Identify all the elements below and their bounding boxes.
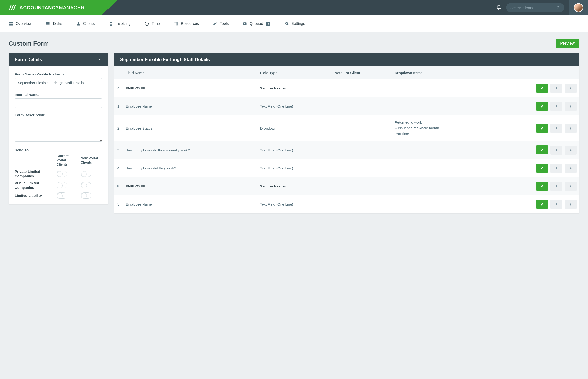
nav-invoicing[interactable]: Invoicing bbox=[109, 21, 131, 26]
row-index: B bbox=[114, 177, 123, 195]
edit-button[interactable] bbox=[536, 83, 548, 93]
table-row: 2 Employee Status Dropdown Returned to w… bbox=[114, 115, 579, 141]
field-type: Text Field (One Line) bbox=[257, 141, 332, 159]
gear-icon bbox=[284, 21, 289, 26]
nav-label: Clients bbox=[83, 22, 95, 26]
arrow-up-icon bbox=[555, 105, 558, 108]
edit-button[interactable] bbox=[536, 124, 548, 133]
brand-text: ACCOUNTANCYMANAGER bbox=[19, 5, 84, 10]
dropdown-item: Furloughed for whole month bbox=[395, 125, 485, 131]
move-down-button[interactable] bbox=[565, 84, 577, 93]
table-row: 4 How many hours did they work? Text Fie… bbox=[114, 159, 579, 177]
move-down-button[interactable] bbox=[565, 182, 577, 191]
nav-clients[interactable]: Clients bbox=[76, 21, 95, 26]
edit-button[interactable] bbox=[536, 182, 548, 190]
form-details-header: Form Details bbox=[15, 57, 42, 62]
pencil-icon bbox=[540, 104, 544, 108]
nav-label: Time bbox=[151, 22, 160, 26]
pencil-icon bbox=[540, 202, 544, 206]
table-head: Dropdown Items bbox=[392, 66, 488, 79]
sendto-row-label: Public Limited Companies bbox=[15, 181, 54, 190]
move-down-button[interactable] bbox=[565, 146, 577, 155]
edit-button[interactable] bbox=[536, 145, 548, 155]
field-note bbox=[332, 159, 392, 177]
toggle-current[interactable] bbox=[57, 171, 67, 177]
edit-button[interactable] bbox=[536, 102, 548, 111]
fields-panel: September Flexible Furlough Staff Detail… bbox=[114, 53, 579, 213]
field-dropdown-items bbox=[392, 159, 488, 177]
edit-button[interactable] bbox=[536, 163, 548, 173]
clock-icon bbox=[144, 21, 149, 26]
arrow-up-icon bbox=[555, 167, 558, 170]
field-dropdown-items bbox=[392, 97, 488, 115]
field-note bbox=[332, 115, 392, 141]
toggle-current[interactable] bbox=[57, 192, 67, 199]
toggle-new[interactable] bbox=[81, 182, 91, 189]
field-name: Employee Name bbox=[123, 195, 257, 213]
move-up-button[interactable] bbox=[551, 124, 562, 133]
row-index: 2 bbox=[114, 115, 123, 141]
user-menu[interactable] bbox=[569, 0, 588, 15]
fields-table: Field NameField TypeNote For ClientDropd… bbox=[114, 66, 579, 213]
move-down-button[interactable] bbox=[565, 124, 577, 133]
arrow-down-icon bbox=[569, 127, 572, 130]
nav-tools[interactable]: Tools bbox=[213, 21, 229, 26]
nav-time[interactable]: Time bbox=[144, 21, 160, 26]
toggle-current[interactable] bbox=[57, 182, 67, 189]
field-type: Dropdown bbox=[257, 115, 332, 141]
nav-tasks[interactable]: Tasks bbox=[45, 21, 62, 26]
field-dropdown-items bbox=[392, 141, 488, 159]
sendto-row-label: Private Limited Companies bbox=[15, 169, 54, 178]
form-name-input[interactable] bbox=[15, 78, 102, 87]
nav-resources[interactable]: Resources bbox=[174, 21, 199, 26]
pencil-icon bbox=[540, 86, 544, 90]
move-up-button[interactable] bbox=[551, 84, 562, 93]
nav-overview[interactable]: Overview bbox=[9, 21, 32, 26]
field-note bbox=[332, 141, 392, 159]
move-up-button[interactable] bbox=[551, 146, 562, 155]
field-note bbox=[332, 97, 392, 115]
arrow-down-icon bbox=[569, 167, 572, 170]
field-note bbox=[332, 79, 392, 97]
field-note bbox=[332, 177, 392, 195]
nav-queued[interactable]: Queued5 bbox=[242, 21, 270, 26]
arrow-up-icon bbox=[555, 87, 558, 90]
field-dropdown-items bbox=[392, 79, 488, 97]
internal-name-label: Internal Name: bbox=[15, 93, 102, 96]
move-down-button[interactable] bbox=[565, 102, 577, 111]
move-up-button[interactable] bbox=[551, 200, 562, 209]
move-up-button[interactable] bbox=[551, 164, 562, 173]
toggle-new[interactable] bbox=[81, 171, 91, 177]
field-note bbox=[332, 195, 392, 213]
table-head: Field Name bbox=[123, 66, 257, 79]
toggle-new[interactable] bbox=[81, 192, 91, 199]
row-index: 5 bbox=[114, 195, 123, 213]
search-box[interactable] bbox=[506, 3, 564, 12]
arrow-up-icon bbox=[555, 127, 558, 130]
brand[interactable]: ACCOUNTANCYMANAGER bbox=[0, 0, 118, 15]
field-name: Employee Name bbox=[123, 97, 257, 115]
edit-button[interactable] bbox=[536, 200, 548, 209]
table-row: 3 How many hours do they normally work? … bbox=[114, 141, 579, 159]
search-input[interactable] bbox=[510, 6, 556, 10]
table-head bbox=[488, 66, 579, 79]
nav-settings[interactable]: Settings bbox=[284, 21, 305, 26]
mail-icon bbox=[242, 21, 247, 26]
form-description-input[interactable] bbox=[15, 119, 102, 142]
table-head bbox=[114, 66, 123, 79]
move-down-button[interactable] bbox=[565, 164, 577, 173]
form-details-panel: Form Details Form Name (Visible to clien… bbox=[9, 53, 108, 204]
move-up-button[interactable] bbox=[551, 182, 562, 191]
book-icon bbox=[174, 21, 178, 26]
preview-button[interactable]: Preview bbox=[556, 39, 579, 48]
nav-label: Queued bbox=[250, 22, 263, 26]
field-name: Employee Status bbox=[123, 115, 257, 141]
field-name: EMPLOYEE bbox=[123, 177, 257, 195]
internal-name-input[interactable] bbox=[15, 98, 102, 108]
fields-panel-header: September Flexible Furlough Staff Detail… bbox=[120, 57, 210, 62]
move-down-button[interactable] bbox=[565, 200, 577, 209]
nav-label: Overview bbox=[16, 22, 32, 26]
collapse-icon[interactable] bbox=[97, 57, 102, 62]
move-up-button[interactable] bbox=[551, 102, 562, 111]
notifications-icon[interactable] bbox=[496, 5, 501, 10]
